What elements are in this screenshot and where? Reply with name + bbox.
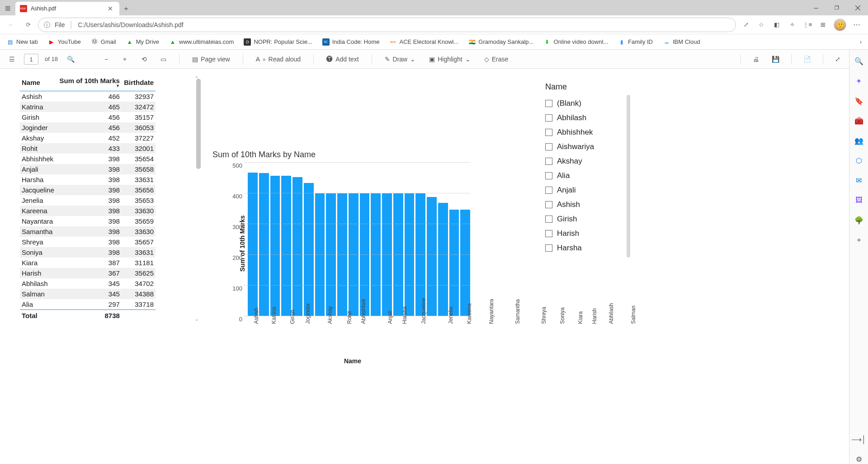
scrollbar-thumb[interactable] — [196, 79, 201, 169]
col-name[interactable]: Name — [20, 75, 57, 91]
table-row[interactable]: Akshay45237227 — [20, 133, 156, 143]
bar[interactable] — [427, 197, 437, 316]
erase-button[interactable]: ◇ Erase — [481, 54, 511, 65]
profile-avatar[interactable]: 🙂 — [834, 19, 846, 31]
slicer-option[interactable]: Anjali — [545, 183, 627, 197]
bar[interactable] — [270, 176, 280, 316]
table-row[interactable]: Ashish46632937 — [20, 91, 156, 102]
col-birthdate[interactable]: Birthdate — [122, 75, 156, 91]
table-row[interactable]: Abhilash34534702 — [20, 278, 156, 289]
extension-icon[interactable]: ◧ — [772, 20, 781, 29]
table-row[interactable]: Abhishhek39835654 — [20, 154, 156, 164]
draw-button[interactable]: ✎ Draw ⌄ — [382, 54, 419, 65]
tree-icon[interactable]: 🌳 — [854, 215, 864, 225]
table-row[interactable]: Shreya39835657 — [20, 237, 156, 247]
bar[interactable] — [281, 176, 291, 316]
search-icon[interactable]: 🔍 — [854, 56, 864, 66]
table-row[interactable]: Samantha39833630 — [20, 226, 156, 237]
table-row[interactable]: Alia29733718 — [20, 299, 156, 310]
slicer-option[interactable]: Alia — [545, 169, 627, 183]
office-icon[interactable]: ⬡ — [854, 155, 864, 165]
table-row[interactable]: Harsha39833631 — [20, 174, 156, 185]
checkbox[interactable] — [545, 201, 552, 208]
bar[interactable] — [248, 173, 258, 316]
read-aloud-button[interactable]: A» Read aloud — [253, 54, 303, 65]
fullscreen-button[interactable]: ⤢ — [832, 54, 843, 65]
outlook-icon[interactable]: ✉ — [854, 175, 864, 185]
table-row[interactable]: Anjali39835658 — [20, 164, 156, 174]
refresh-button[interactable]: ⟳ — [21, 18, 35, 32]
slicer-option[interactable]: Aishwariya — [545, 140, 627, 154]
add-sidebar-button[interactable]: ＋ — [854, 235, 864, 245]
settings-menu-button[interactable]: ⋯ — [853, 20, 862, 29]
slicer-scrollbar[interactable] — [627, 95, 630, 258]
bar[interactable] — [438, 203, 448, 316]
table-row[interactable]: Jacqueline39835656 — [20, 185, 156, 195]
back-button[interactable]: ← — [4, 18, 18, 32]
checkbox[interactable] — [545, 244, 552, 252]
slicer-option[interactable]: Girish — [545, 212, 627, 226]
tools-icon[interactable]: 🧰 — [854, 116, 864, 126]
bar[interactable] — [292, 177, 302, 316]
bookmark-item[interactable]: ⓂGmail — [91, 38, 116, 46]
bookmark-item[interactable]: ICIndia Code: Home — [322, 38, 380, 46]
table-row[interactable]: Harish36735625 — [20, 268, 156, 278]
toc-button[interactable]: ☰ — [6, 54, 18, 65]
find-button[interactable]: 🔍 — [64, 54, 77, 65]
copilot-icon[interactable]: ✦ — [854, 76, 864, 86]
browser-tab[interactable]: Ashish.pdf ✕ — [15, 2, 119, 15]
checkbox[interactable] — [545, 187, 552, 194]
bookmark-item[interactable]: ▮Family ID — [618, 38, 653, 46]
table-row[interactable]: Katrina46532472 — [20, 102, 156, 112]
checkbox[interactable] — [545, 216, 552, 223]
image-icon[interactable]: 🖼 — [854, 195, 864, 205]
bookmark-item[interactable]: ▲My Drive — [126, 38, 159, 46]
people-icon[interactable]: 👥 — [854, 136, 864, 145]
table-scrollbar[interactable]: ˄ ˅ — [196, 79, 203, 323]
table-row[interactable]: Nayantara39835659 — [20, 216, 156, 226]
table-row[interactable]: Kareena39833630 — [20, 206, 156, 216]
table-row[interactable]: Jenelia39835653 — [20, 195, 156, 206]
sidebar-settings-button[interactable]: ⚙ — [854, 454, 864, 464]
page-view-button[interactable]: ▤ Page view — [189, 54, 233, 65]
table-row[interactable]: Joginder45636053 — [20, 122, 156, 133]
slicer-option[interactable]: Harsha — [545, 241, 627, 255]
zoom-icon[interactable]: ⤢ — [741, 20, 750, 29]
slicer-option[interactable]: Abhilash — [545, 111, 627, 125]
checkbox[interactable] — [545, 158, 552, 165]
bookmark-item[interactable]: ▶YouTube — [48, 38, 81, 46]
highlight-button[interactable]: ▣ Highlight ⌄ — [426, 54, 473, 65]
zoom-out-button[interactable]: − — [102, 54, 111, 65]
bookmark-item[interactable]: 🇮🇳Gramoday Sankalp... — [468, 38, 533, 46]
table-row[interactable]: Kiara38731181 — [20, 258, 156, 268]
slicer-option[interactable]: Akshay — [545, 154, 627, 169]
window-close-button[interactable] — [847, 0, 868, 15]
collections-icon[interactable]: ⊞ — [818, 20, 827, 29]
zoom-in-button[interactable]: ＋ — [119, 53, 131, 65]
table-row[interactable]: Girish45635157 — [20, 112, 156, 122]
bookmarks-overflow-button[interactable]: › — [860, 38, 862, 45]
slicer-option[interactable]: Ashish — [545, 197, 627, 212]
save-as-button[interactable]: 📄 — [801, 54, 814, 65]
window-minimize-button[interactable] — [806, 0, 826, 15]
bookmark-item[interactable]: ☁IBM Cloud — [663, 38, 700, 46]
table-row[interactable]: Salman34534388 — [20, 289, 156, 299]
bar[interactable] — [304, 183, 314, 316]
slicer-option[interactable]: Harish — [545, 226, 627, 241]
puzzle-icon[interactable]: ✧ — [788, 20, 797, 29]
bookmark-item[interactable]: DNOPR: Popular Scie... — [244, 38, 312, 46]
bar[interactable] — [449, 210, 459, 316]
fit-button[interactable]: ▭ — [158, 54, 169, 65]
add-text-button[interactable]: 🅣 Add text — [324, 54, 361, 65]
collapse-sidebar-button[interactable]: ⟶│ — [854, 434, 864, 444]
checkbox[interactable] — [545, 114, 552, 122]
favorites-list-icon[interactable]: ⋮≡ — [803, 20, 812, 29]
page-number-input[interactable]: 1 — [24, 54, 38, 65]
checkbox[interactable] — [545, 143, 552, 150]
window-maximize-button[interactable] — [826, 0, 847, 15]
checkbox[interactable] — [545, 100, 552, 107]
table-row[interactable]: Rohit43332001 — [20, 143, 156, 154]
chevron-down-icon[interactable]: ⌄ — [410, 56, 415, 63]
bar[interactable] — [259, 173, 269, 316]
new-tab-button[interactable]: ＋ — [119, 2, 133, 15]
